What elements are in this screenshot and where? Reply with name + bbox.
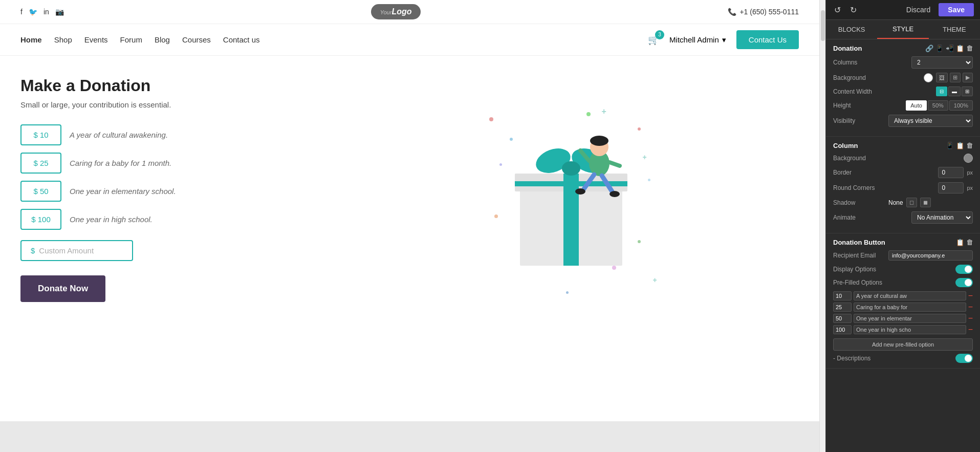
bg-type-icons: 🖼 ⊞ ▶ <box>936 73 973 82</box>
btn-trash-icon[interactable]: 🗑 <box>966 239 973 246</box>
shadow-light-icon[interactable]: ◻ <box>906 198 917 207</box>
linkedin-icon[interactable]: in <box>43 8 49 16</box>
column-mobile-icon[interactable]: 📱 <box>946 142 954 149</box>
amount-50-button[interactable]: $ 50 <box>20 181 61 202</box>
animate-select[interactable]: No Animation Fade In Slide In <box>911 211 973 224</box>
tablet-icon[interactable]: 📱 <box>935 45 944 52</box>
width-full-icon[interactable]: ⊟ <box>936 87 947 96</box>
donate-now-button[interactable]: Donate Now <box>20 275 105 302</box>
save-button[interactable]: Save <box>939 3 974 16</box>
amount-10-button[interactable]: $ 10 <box>20 124 61 145</box>
main-scrollbar[interactable] <box>819 0 825 452</box>
nav-home[interactable]: Home <box>20 35 42 44</box>
dot <box>499 163 502 166</box>
prefilled-minus-1[interactable]: − <box>968 292 973 300</box>
btn-copy-icon[interactable]: 📋 <box>956 239 964 246</box>
page-content: Make a Donation Small or large, your con… <box>0 56 819 421</box>
mobile-icon[interactable]: 📲 <box>946 45 954 52</box>
bg-image-icon[interactable]: 🖼 <box>936 73 948 82</box>
prefilled-desc-2[interactable] <box>854 303 966 312</box>
recipient-email-input[interactable] <box>888 250 973 261</box>
descriptions-toggle[interactable] <box>955 354 973 363</box>
scroll-thumb[interactable] <box>821 10 825 41</box>
add-prefilled-button[interactable]: Add new pre-filled option <box>833 338 973 351</box>
panel-column-section: Column 📱 📋 🗑 Background Border px Round … <box>826 137 980 233</box>
user-menu[interactable]: Mitchell Admin ▾ <box>669 35 726 45</box>
donation-label: Donation <box>833 45 862 52</box>
display-options-row: Display Options <box>833 265 973 274</box>
twitter-icon[interactable]: 🐦 <box>29 8 37 16</box>
custom-amount-placeholder: Custom Amount <box>39 246 94 255</box>
prefilled-desc-4[interactable] <box>854 325 966 334</box>
prefilled-minus-3[interactable]: − <box>968 314 973 322</box>
bg-grid-icon[interactable]: ⊞ <box>950 73 961 82</box>
round-px-row: px <box>938 182 973 193</box>
visibility-select[interactable]: Always visible Hidden <box>888 115 973 127</box>
columns-select[interactable]: 2 1 3 <box>911 56 973 69</box>
contact-us-button[interactable]: Contact Us <box>736 30 799 49</box>
height-100-btn[interactable]: 100% <box>949 100 973 111</box>
prefilled-options-row: Pre-Filled Options <box>833 278 973 287</box>
custom-amount-input[interactable]: $ Custom Amount <box>20 240 133 261</box>
background-color-picker[interactable] <box>924 73 933 82</box>
prefilled-desc-1[interactable] <box>854 291 966 300</box>
column-copy-icon[interactable]: 📋 <box>956 142 964 149</box>
facebook-icon[interactable]: f <box>20 8 23 16</box>
prefilled-options-toggle[interactable] <box>955 278 973 287</box>
discard-button[interactable]: Discard <box>902 4 934 16</box>
phone: 📞 +1 (650) 555-0111 <box>728 8 799 16</box>
copy-icon[interactable]: 📋 <box>956 45 964 52</box>
gift-illustration <box>505 102 638 266</box>
bg-video-icon[interactable]: ▶ <box>963 73 973 82</box>
prefilled-minus-4[interactable]: − <box>968 326 973 334</box>
panel-toolbar-left: ↺ ↻ <box>832 4 898 16</box>
nav-courses[interactable]: Courses <box>182 35 211 44</box>
cart-badge: 3 <box>655 30 664 39</box>
phone-number: +1 (650) 555-0111 <box>739 8 799 16</box>
width-auto-icon[interactable]: ⊞ <box>962 87 973 96</box>
amount-100-button[interactable]: $ 100 <box>20 209 61 230</box>
nav-shop[interactable]: Shop <box>54 35 72 44</box>
tab-blocks[interactable]: BLOCKS <box>826 20 877 39</box>
height-row: Height Auto 50% 100% <box>833 100 973 111</box>
nav-forum[interactable]: Forum <box>120 35 142 44</box>
nav-events[interactable]: Events <box>84 35 108 44</box>
page-title: Make a Donation <box>20 76 328 95</box>
donation-row: $ 10 A year of cultural awakening. <box>20 124 328 145</box>
trash-icon[interactable]: 🗑 <box>966 45 973 52</box>
col-background-color[interactable] <box>964 154 973 163</box>
round-input[interactable] <box>938 182 964 193</box>
link-icon[interactable]: 🔗 <box>925 45 933 52</box>
instagram-icon[interactable]: 📷 <box>55 8 64 16</box>
shadow-dark-icon[interactable]: ◼ <box>920 198 931 207</box>
prefilled-amt-1[interactable] <box>833 291 852 300</box>
height-50-btn[interactable]: 50% <box>928 100 948 111</box>
nav-contact[interactable]: Contact us <box>223 35 260 44</box>
panel-donation-section: Donation 🔗 📱 📲 📋 🗑 Columns 2 1 3 Backgro… <box>826 39 980 137</box>
border-px-row: px <box>938 167 973 178</box>
prefilled-amt-4[interactable] <box>833 325 852 334</box>
column-trash-icon[interactable]: 🗑 <box>966 142 973 149</box>
nav-blog[interactable]: Blog <box>155 35 170 44</box>
border-input[interactable] <box>938 167 964 178</box>
redo-button[interactable]: ↻ <box>848 4 859 16</box>
visibility-row: Visibility Always visible Hidden <box>833 115 973 127</box>
width-center-icon[interactable]: ▬ <box>948 87 961 96</box>
prefilled-minus-2[interactable]: − <box>968 303 973 311</box>
background-controls: 🖼 ⊞ ▶ <box>924 73 973 82</box>
illustration-area: + + + <box>348 76 799 421</box>
col-border-label: Border <box>833 169 884 176</box>
nav-bar: Home Shop Events Forum Blog Courses Cont… <box>0 24 819 56</box>
background-label: Background <box>833 74 884 81</box>
prefilled-amt-2[interactable] <box>833 303 852 312</box>
amount-100-desc: One year in high school. <box>70 215 153 224</box>
undo-button[interactable]: ↺ <box>832 4 843 16</box>
cart-icon[interactable]: 🛒 3 <box>648 34 659 46</box>
prefilled-desc-3[interactable] <box>854 314 966 323</box>
height-auto-btn[interactable]: Auto <box>906 100 927 111</box>
display-options-toggle[interactable] <box>955 265 973 274</box>
tab-theme[interactable]: THEME <box>929 20 980 39</box>
amount-25-button[interactable]: $ 25 <box>20 153 61 174</box>
prefilled-amt-3[interactable] <box>833 314 852 323</box>
tab-style[interactable]: STYLE <box>877 20 928 39</box>
